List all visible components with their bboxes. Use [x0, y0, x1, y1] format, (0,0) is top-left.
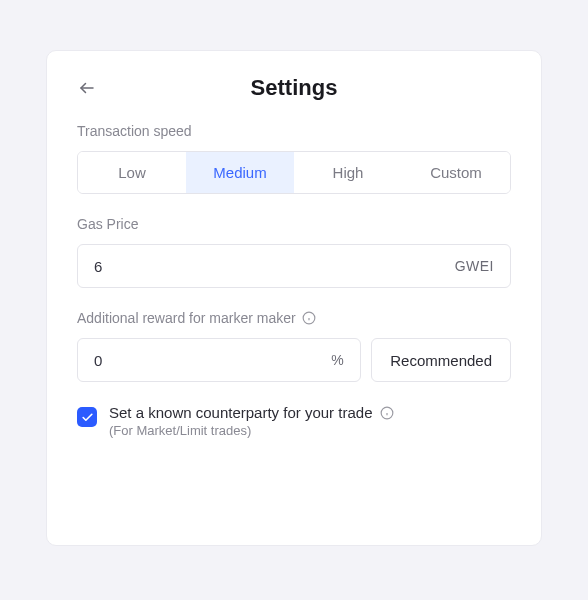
counterparty-label: Set a known counterparty for your trade [109, 404, 372, 421]
check-icon [81, 411, 94, 424]
speed-option-low[interactable]: Low [78, 152, 186, 193]
counterparty-checkbox[interactable] [77, 407, 97, 427]
card-header: Settings [77, 75, 511, 101]
counterparty-sublabel: (For Market/Limit trades) [109, 423, 394, 438]
settings-card: Settings Transaction speed Low Medium Hi… [46, 50, 542, 546]
transaction-speed-label: Transaction speed [77, 123, 511, 139]
speed-option-medium[interactable]: Medium [186, 152, 294, 193]
gas-price-label: Gas Price [77, 216, 511, 232]
info-icon [380, 406, 394, 420]
arrow-left-icon [78, 79, 96, 97]
additional-reward-row: % Recommended [77, 338, 511, 382]
gas-price-input[interactable] [94, 258, 455, 275]
additional-reward-label-row: Additional reward for marker maker [77, 310, 511, 326]
transaction-speed-segmented: Low Medium High Custom [77, 151, 511, 194]
additional-reward-unit: % [331, 352, 344, 368]
gas-price-input-wrap: GWEI [77, 244, 511, 288]
counterparty-main: Set a known counterparty for your trade [109, 404, 394, 421]
speed-option-high[interactable]: High [294, 152, 402, 193]
additional-reward-input[interactable] [94, 352, 331, 369]
recommended-button[interactable]: Recommended [371, 338, 511, 382]
info-icon [302, 311, 316, 325]
counterparty-text: Set a known counterparty for your trade … [109, 404, 394, 438]
additional-reward-input-wrap: % [77, 338, 361, 382]
additional-reward-label: Additional reward for marker maker [77, 310, 296, 326]
page-title: Settings [251, 75, 338, 101]
speed-option-custom[interactable]: Custom [402, 152, 510, 193]
back-button[interactable] [77, 78, 97, 98]
counterparty-row: Set a known counterparty for your trade … [77, 404, 511, 438]
gas-price-unit: GWEI [455, 258, 494, 274]
